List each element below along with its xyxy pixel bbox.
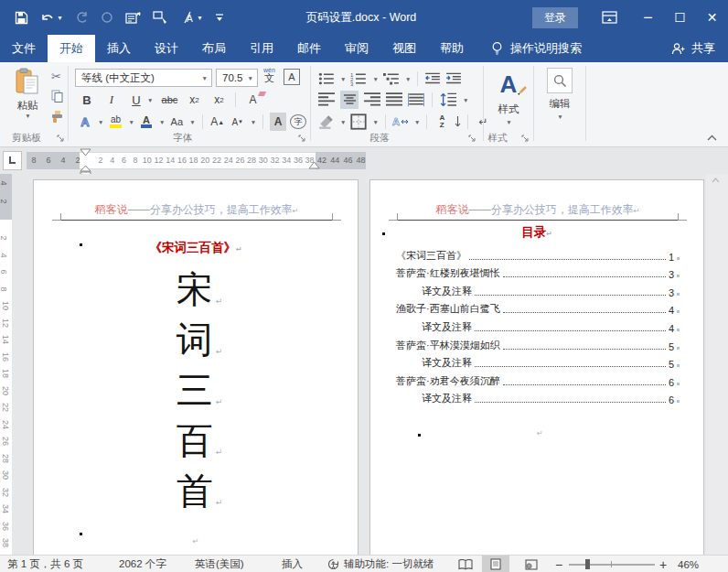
decrease-indent-button[interactable] [424,70,441,88]
tab-review[interactable]: 审阅 [333,35,380,62]
close-button[interactable]: ✕ [696,0,728,35]
toc-entry[interactable]: 译文及注释5 [396,352,680,371]
scrollbar[interactable] [706,174,728,555]
tab-references[interactable]: 引用 [238,35,285,62]
character-shading-button[interactable]: A [270,113,286,131]
pinyin-guide-button[interactable]: wén 文 [263,67,275,81]
share-button[interactable]: 共享 [671,35,715,62]
text-effects-dropdown-icon[interactable]: ▼ [98,119,103,125]
tell-me-search[interactable]: 操作说明搜索 [491,35,582,62]
borders-button[interactable] [350,113,367,131]
sort-button[interactable]: AZ [434,113,450,131]
toc-entry[interactable]: 渔歌子·西塞山前白鹭飞4 [396,298,680,317]
shading-dropdown-icon[interactable]: ▼ [340,119,346,125]
toc-entry[interactable]: 菩萨蛮·平林漠漠烟如织5 [396,334,680,352]
bullets-button[interactable] [318,70,335,88]
tab-layout[interactable]: 布局 [190,35,238,62]
page-2[interactable]: 稻客说——分享办公技巧，提高工作效率↵ 目录↵ 《宋词三百首》1菩萨蛮·红楼别夜… [369,179,704,555]
bold-button[interactable]: B [79,91,95,109]
enclose-characters-button[interactable]: 字 [290,114,306,129]
web-layout-button[interactable] [518,556,545,572]
proofing-icon[interactable]: A ▼ [179,9,203,26]
asian-layout-dropdown-icon[interactable]: ▼ [414,119,420,125]
styles-dialog-launcher[interactable] [521,135,530,144]
qat-customize-icon[interactable] [215,9,224,26]
first-line-indent-marker[interactable] [80,148,91,156]
zoom-out-button[interactable]: − [555,556,562,572]
shading-button[interactable] [318,113,335,131]
tab-home[interactable]: 开始 [48,35,95,62]
format-painter-button[interactable] [51,110,64,123]
line-spacing-dropdown-icon[interactable]: ▼ [463,97,468,103]
grow-font-button[interactable]: A▲ [209,113,226,131]
character-border-button[interactable]: A [284,69,300,85]
font-name-combo[interactable]: 等线 (中文正文) ▼ [75,69,212,87]
italic-button[interactable]: I [103,91,120,109]
ribbon-display-options-icon[interactable] [602,9,617,26]
zoom-level[interactable]: 46% [678,556,699,572]
editing-dropdown-icon[interactable]: ▼ [542,113,578,120]
tab-help[interactable]: 帮助 [428,35,476,62]
toc-entry[interactable]: 译文及注释3 [396,280,680,298]
styles-button[interactable]: A 样式 ▼ [488,70,529,125]
right-indent-marker[interactable] [308,161,320,169]
touch-mode-icon[interactable] [153,9,167,26]
clipboard-dialog-launcher[interactable] [57,135,66,144]
toc-entry[interactable]: 译文及注释4 [396,316,680,334]
tab-view[interactable]: 视图 [380,35,428,62]
toc-entry[interactable]: 菩萨蛮·红楼别夜堪惆怅3 [396,263,680,281]
underline-dropdown-icon[interactable]: ▼ [147,97,153,103]
tab-file[interactable]: 文件 [0,35,48,62]
maximize-button[interactable]: ☐ [664,0,696,35]
highlight-dropdown-icon[interactable]: ▼ [128,119,134,125]
align-right-button[interactable] [364,91,380,109]
undo-icon[interactable]: ▼ [40,9,63,26]
toc-entry[interactable]: 菩萨蛮·劝君今夜须沉醉6 [396,370,680,388]
tab-design[interactable]: 设计 [143,35,190,62]
tab-selector[interactable] [3,151,22,170]
scroll-up-icon[interactable] [712,178,720,183]
font-size-combo[interactable]: 70.5 ▼ [216,69,258,87]
bullets-dropdown-icon[interactable]: ▼ [340,76,346,82]
print-layout-button[interactable] [482,556,509,572]
justify-button[interactable] [386,91,402,109]
language-indicator[interactable]: 英语(美国) [195,556,244,572]
word-count[interactable]: 2062 个字 [119,556,166,572]
font-size-dropdown-icon[interactable]: ▼ [248,75,253,81]
zoom-slider-track[interactable] [569,564,655,566]
shrink-font-dropdown-icon[interactable]: ▼ [251,119,256,125]
toc-entry[interactable]: 《宋词三百首》1 [396,244,680,263]
zoom-in-button[interactable]: + [659,556,667,572]
minimize-button[interactable]: ─ [632,0,664,35]
page-indicator[interactable]: 第 1 页，共 6 页 [7,556,83,572]
subscript-button[interactable]: x2 [186,91,202,109]
toc-entry[interactable]: 译文及注释6 [396,388,680,406]
underline-button[interactable]: U [128,91,145,109]
styles-dropdown-icon[interactable]: ▼ [489,119,529,125]
proofing-dropdown-icon[interactable]: ▼ [197,15,203,21]
tab-insert[interactable]: 插入 [95,35,143,62]
clear-formatting-button[interactable]: A [244,91,261,109]
font-color-dropdown-icon[interactable]: ▼ [159,119,165,125]
align-left-button[interactable] [318,91,335,109]
strikethrough-button[interactable]: abc [161,91,177,109]
paste-button[interactable]: 粘贴 ▼ [7,68,48,130]
line-spacing-button[interactable] [440,91,456,109]
numbering-dropdown-icon[interactable]: ▼ [372,76,378,82]
distributed-button[interactable] [408,91,424,109]
print-preview-icon[interactable] [125,9,141,26]
tab-mailings[interactable]: 邮件 [285,35,333,62]
copy-button[interactable] [51,90,63,103]
multilevel-list-button[interactable] [383,70,400,88]
change-case-button[interactable]: Aa [168,113,185,131]
change-case-dropdown-icon[interactable]: ▼ [189,119,195,125]
read-mode-button[interactable] [452,556,479,572]
asian-layout-button[interactable]: A [392,113,409,131]
undo-dropdown-icon[interactable]: ▼ [57,15,63,21]
shrink-font-button[interactable]: A▼ [230,113,246,131]
highlight-button[interactable]: ab [107,113,123,130]
numbering-button[interactable]: 123 [350,70,367,88]
editing-button[interactable]: 编辑 ▼ [541,68,578,120]
zoom-slider-handle[interactable] [585,559,590,569]
insert-mode[interactable]: 插入 [282,556,303,572]
